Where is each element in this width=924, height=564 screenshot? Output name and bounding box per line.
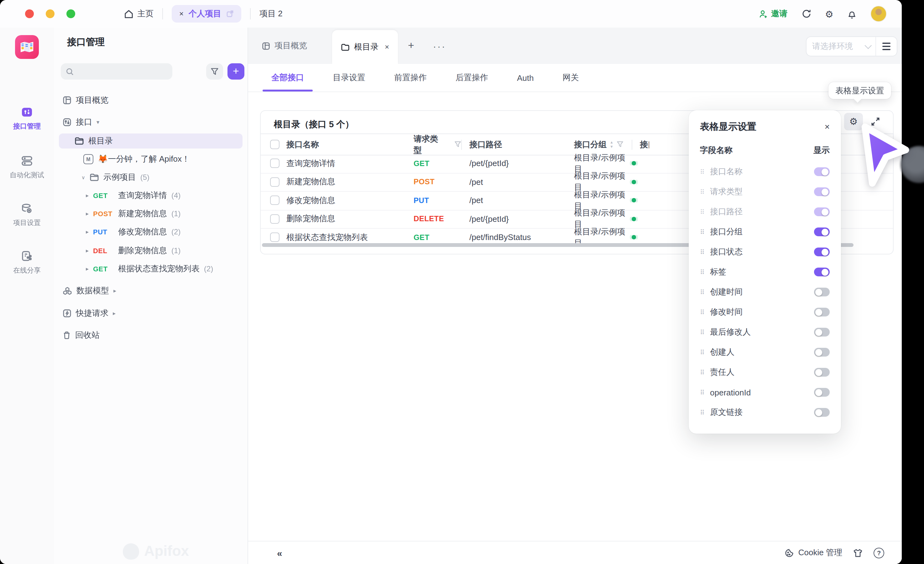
row-checkbox[interactable]	[270, 177, 279, 187]
doc-tab-project-overview[interactable]: 项目概览	[262, 28, 307, 64]
more-tabs-button[interactable]: ···	[433, 28, 446, 64]
drag-handle-icon[interactable]: ⠿	[700, 389, 710, 396]
close-tab-icon[interactable]: ×	[179, 9, 184, 18]
sidebar-item-project-overview[interactable]: 项目概览	[59, 93, 243, 108]
sidebar-api-delete-pet[interactable]: ▸ DEL 删除宠物信息 (1)	[59, 243, 243, 258]
chevron-right-icon[interactable]: ▸	[86, 192, 88, 199]
theme-tshirt-icon[interactable]	[853, 548, 863, 557]
drag-handle-icon[interactable]: ⠿	[700, 268, 710, 275]
select-all-checkbox[interactable]	[270, 140, 279, 149]
tab-personal-project[interactable]: × 个人项目	[172, 5, 241, 22]
external-link-icon[interactable]	[226, 10, 234, 18]
tab-pre-operations[interactable]: 前置操作	[394, 64, 427, 92]
field-toggle[interactable]	[814, 308, 830, 316]
drag-handle-icon[interactable]: ⠿	[700, 328, 710, 336]
row-checkbox[interactable]	[270, 159, 279, 168]
drag-handle-icon[interactable]: ⠿	[700, 369, 710, 376]
field-toggle[interactable]	[814, 268, 830, 276]
chevron-down-icon[interactable]: ∨	[81, 174, 85, 180]
drag-handle-icon[interactable]: ⠿	[700, 349, 710, 356]
chevron-right-icon[interactable]: ▸	[113, 288, 116, 294]
chevron-down-icon[interactable]: ▾	[96, 119, 99, 125]
rail-item-project-settings[interactable]: 项目设置	[0, 202, 54, 228]
sidebar-api-put-update-pet[interactable]: ▸ PUT 修改宠物信息 (2)	[59, 224, 243, 239]
sidebar-section-apis[interactable]: 接口 ▾	[59, 115, 243, 130]
filter-button[interactable]	[206, 63, 223, 80]
drag-handle-icon[interactable]: ⠿	[700, 168, 710, 175]
collapse-sidebar-button[interactable]: «	[277, 548, 282, 558]
sidebar-item-data-models[interactable]: 数据模型 ▸	[59, 283, 243, 298]
close-tab-icon[interactable]: ×	[385, 43, 389, 51]
close-icon[interactable]: ×	[825, 122, 830, 132]
field-toggle[interactable]	[814, 348, 830, 357]
popup-title: 表格显示设置	[700, 121, 756, 132]
drag-handle-icon[interactable]: ⠿	[700, 228, 710, 236]
project-settings-icon	[20, 202, 34, 216]
sidebar-item-recycle-bin[interactable]: 回收站	[59, 328, 243, 343]
field-toggle[interactable]	[814, 167, 830, 176]
row-checkbox[interactable]	[270, 233, 279, 242]
tab-folder-settings[interactable]: 目录设置	[333, 64, 365, 92]
chevron-right-icon[interactable]: ▸	[86, 266, 88, 272]
help-icon[interactable]: ?	[873, 548, 884, 558]
field-toggle[interactable]	[814, 228, 830, 236]
settings-gear-icon[interactable]: ⚙	[825, 9, 834, 18]
new-tab-button[interactable]: +	[408, 28, 414, 64]
sort-icon[interactable]: ▲▼	[610, 140, 614, 148]
tab-post-operations[interactable]: 后置操作	[456, 64, 488, 92]
field-toggle[interactable]	[814, 388, 830, 397]
env-menu-button[interactable]	[876, 43, 897, 50]
sidebar-item-quick-request[interactable]: 快捷请求 ▸	[59, 306, 243, 321]
field-toggle[interactable]	[814, 207, 830, 216]
filter-funnel-icon[interactable]	[616, 141, 624, 148]
tab-gateway[interactable]: 网关	[563, 64, 579, 92]
field-row-last-modifier: ⠿ 最后修改人	[700, 322, 830, 342]
sidebar-folder-example-project[interactable]: ∨ 示例项目 (5)	[59, 170, 243, 185]
field-toggle[interactable]	[814, 248, 830, 256]
minimize-window-button[interactable]	[46, 9, 54, 18]
home-button[interactable]: 主页	[124, 8, 153, 20]
field-toggle[interactable]	[814, 408, 830, 417]
notifications-bell-icon[interactable]	[847, 9, 856, 18]
field-toggle[interactable]	[814, 288, 830, 296]
invite-button[interactable]: 邀请	[759, 8, 788, 20]
rail-item-auto-testing[interactable]: 自动化测试	[0, 154, 54, 180]
field-toggle[interactable]	[814, 328, 830, 336]
rail-item-online-share[interactable]: 在线分享	[0, 249, 54, 275]
zoom-window-button[interactable]	[66, 9, 75, 18]
chevron-right-icon[interactable]: ▸	[86, 248, 88, 254]
drag-handle-icon[interactable]: ⠿	[700, 289, 710, 296]
row-checkbox[interactable]	[270, 214, 279, 224]
search-input[interactable]	[61, 63, 172, 80]
chevron-right-icon[interactable]: ▸	[113, 310, 116, 316]
chevron-right-icon[interactable]: ▸	[86, 229, 88, 235]
add-button[interactable]: +	[228, 63, 244, 80]
sidebar-api-post-create-pet[interactable]: ▸ POST 新建宠物信息 (1)	[59, 206, 243, 221]
environment-select[interactable]: 请选择环境	[807, 37, 876, 56]
close-window-button[interactable]	[25, 9, 34, 18]
drag-handle-icon[interactable]: ⠿	[700, 249, 710, 255]
chevron-right-icon[interactable]: ▸	[86, 210, 88, 217]
drag-handle-icon[interactable]: ⠿	[700, 409, 710, 416]
user-avatar[interactable]	[870, 6, 887, 22]
sidebar-api-get-find-by-status[interactable]: ▸ GET 根据状态查找宠物列表 (2)	[59, 261, 243, 276]
sidebar-api-get-pet-detail[interactable]: ▸ GET 查询宠物详情 (4)	[59, 188, 243, 203]
tree-label: 根目录	[88, 135, 113, 147]
filter-funnel-icon[interactable]	[454, 141, 461, 148]
cookie-manager-button[interactable]: Cookie 管理	[784, 547, 842, 558]
tree-label: 快捷请求	[76, 308, 108, 319]
rail-item-api-management[interactable]: 接口管理	[0, 105, 54, 131]
drag-handle-icon[interactable]: ⠿	[700, 309, 710, 315]
tab-all-apis[interactable]: 全部接口	[272, 64, 304, 92]
drag-handle-icon[interactable]: ⠿	[700, 188, 710, 195]
sidebar-item-root-folder[interactable]: 根目录	[59, 134, 243, 148]
drag-handle-icon[interactable]: ⠿	[700, 208, 710, 215]
sync-icon[interactable]	[801, 9, 811, 19]
field-toggle[interactable]	[814, 368, 830, 376]
doc-tab-root-folder[interactable]: 根目录 ×	[332, 30, 398, 64]
tab-auth[interactable]: Auth	[517, 64, 534, 92]
tab-project-2[interactable]: 项目 2	[260, 8, 283, 20]
row-checkbox[interactable]	[270, 196, 279, 205]
field-toggle[interactable]	[814, 188, 830, 196]
sidebar-item-markdown-doc[interactable]: M 🦊一分钟，了解 Apifox！	[59, 152, 243, 167]
